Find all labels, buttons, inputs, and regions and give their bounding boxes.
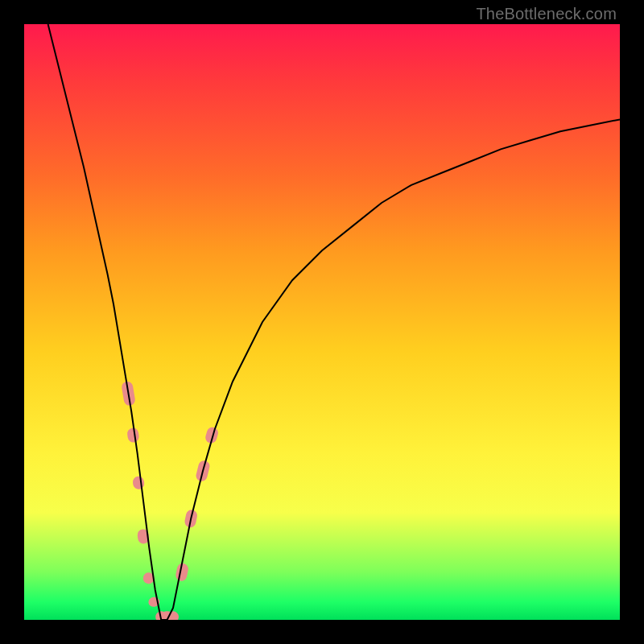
plot-background [24, 24, 620, 620]
watermark-text: TheBottleneck.com [476, 5, 617, 23]
marker-group [121, 381, 219, 620]
plot-svg [24, 24, 620, 620]
bottleneck-curve [48, 24, 620, 620]
marker-dot [132, 476, 145, 490]
bottleneck-chart: TheBottleneck.com [0, 0, 644, 644]
marker-dot [126, 427, 139, 444]
